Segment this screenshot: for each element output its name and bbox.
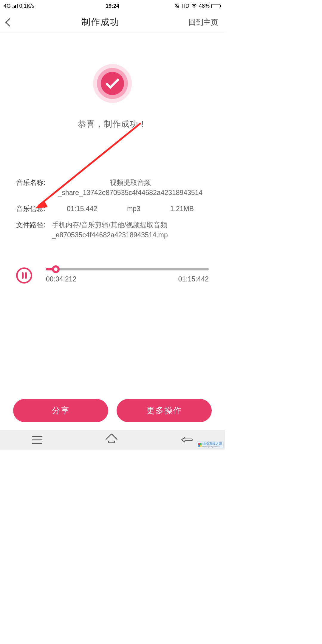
system-nav-bar bbox=[0, 430, 225, 450]
status-bar: 4G 0.1K/s 19:24 HD 48% bbox=[0, 0, 225, 12]
battery-icon bbox=[211, 4, 221, 8]
page-title: 制作成功 bbox=[81, 16, 120, 28]
row-music-name: 音乐名称: 视频提取音频_share_13742e870535c4f44682a… bbox=[16, 177, 209, 198]
app-header: 制作成功 回到主页 bbox=[0, 12, 225, 33]
time-current: 00:04:212 bbox=[46, 275, 76, 283]
audio-player: 00:04:212 01:15:442 bbox=[0, 267, 225, 284]
pause-icon bbox=[25, 272, 27, 279]
watermark-url: www.ycwjty.com bbox=[202, 445, 222, 448]
value-format: mp3 bbox=[127, 204, 140, 214]
nav-home-button[interactable] bbox=[107, 436, 116, 443]
pause-icon bbox=[22, 272, 24, 279]
chevron-left-icon bbox=[5, 18, 14, 26]
watermark: 纯净系统之家 www.ycwjty.com bbox=[197, 442, 224, 448]
battery-percent: 48% bbox=[199, 3, 210, 9]
watermark-icon bbox=[198, 443, 202, 447]
label-music-name: 音乐名称: bbox=[16, 177, 52, 188]
value-size: 1.21MB bbox=[170, 204, 194, 214]
row-file-path: 文件路径: 手机内存/音乐剪辑/其他/视频提取音频_e870535c4f4468… bbox=[16, 220, 209, 240]
signal-icon bbox=[13, 4, 18, 8]
check-icon bbox=[105, 75, 120, 89]
nav-recents-button[interactable] bbox=[32, 436, 42, 444]
share-button[interactable]: 分享 bbox=[13, 399, 108, 422]
value-file-path: 手机内存/音乐剪辑/其他/视频提取音频_e870535c4f44682a4231… bbox=[52, 220, 209, 240]
home-link[interactable]: 回到主页 bbox=[188, 17, 218, 27]
value-duration: 01:15.442 bbox=[67, 204, 97, 214]
row-music-meta: 音乐信息: 01:15.442 mp3 1.21MB bbox=[16, 204, 209, 214]
network-speed: 0.1K/s bbox=[19, 3, 35, 9]
clock: 19:24 bbox=[106, 3, 119, 9]
info-block: 音乐名称: 视频提取音频_share_13742e870535c4f44682a… bbox=[0, 177, 225, 240]
mute-bell-icon bbox=[174, 3, 180, 9]
progress-thumb[interactable] bbox=[52, 265, 60, 273]
nav-back-button[interactable] bbox=[181, 437, 193, 443]
label-music-meta: 音乐信息: bbox=[16, 204, 52, 214]
label-file-path: 文件路径: bbox=[16, 220, 52, 230]
network-type: 4G bbox=[4, 3, 11, 9]
status-left: 4G 0.1K/s bbox=[4, 3, 35, 9]
progress-area: 00:04:212 01:15:442 bbox=[46, 268, 209, 283]
progress-slider[interactable] bbox=[46, 268, 209, 270]
back-button[interactable] bbox=[7, 19, 13, 25]
more-button[interactable]: 更多操作 bbox=[117, 399, 212, 422]
success-area: 恭喜，制作成功！ bbox=[0, 33, 225, 130]
value-music-name: 视频提取音频_share_13742e870535c4f44682a423189… bbox=[52, 177, 209, 198]
bottom-actions: 分享 更多操作 bbox=[0, 399, 225, 422]
time-total: 01:15:442 bbox=[178, 275, 209, 283]
svg-point-0 bbox=[194, 7, 195, 8]
hd-indicator: HD bbox=[182, 3, 189, 9]
success-message: 恭喜，制作成功！ bbox=[0, 118, 225, 130]
success-badge bbox=[93, 64, 132, 103]
status-right: HD 48% bbox=[174, 3, 221, 9]
pause-button[interactable] bbox=[16, 267, 32, 284]
wifi-icon bbox=[191, 4, 197, 8]
